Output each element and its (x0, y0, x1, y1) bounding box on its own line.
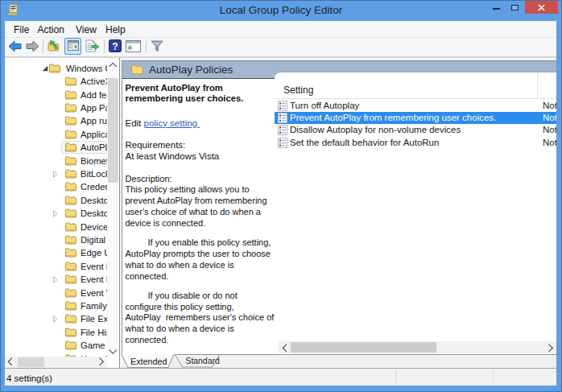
svg-text:?: ? (112, 41, 118, 52)
